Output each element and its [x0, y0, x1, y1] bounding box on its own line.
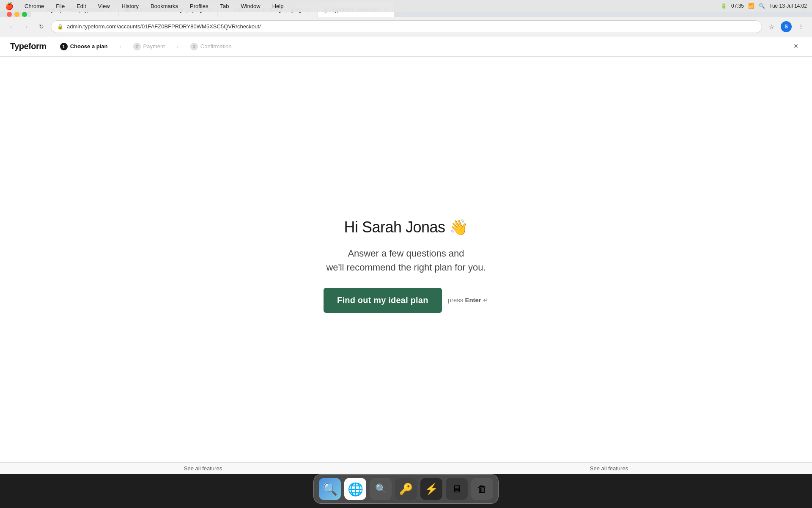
subtitle-line1: Answer a few questions and: [348, 248, 464, 259]
welcome-section: Hi Sarah Jonas 👋 Answer a few questions …: [324, 218, 488, 313]
profile-avatar[interactable]: S: [781, 21, 792, 32]
dock-keychain[interactable]: 🔑: [395, 478, 417, 500]
menubar-history[interactable]: History: [119, 2, 141, 10]
see-all-features-left[interactable]: See all features: [184, 465, 222, 472]
main-content: Hi Sarah Jonas 👋 Answer a few questions …: [0, 57, 812, 474]
dock-spotlight[interactable]: 🔍: [370, 478, 392, 500]
step-separator-1: ›: [120, 44, 121, 50]
menubar-bookmarks[interactable]: Bookmarks: [148, 2, 181, 10]
page-area: Typeform 1 Choose a plan › 2 Payment › 3…: [0, 36, 812, 474]
url-text: admin.typeform.com/accounts/01FAFZ0BFPRD…: [67, 23, 261, 30]
step-2-number: 2: [133, 43, 141, 50]
dock-desktop[interactable]: 🖥: [446, 478, 468, 500]
welcome-title: Hi Sarah Jonas 👋: [344, 218, 468, 236]
close-window-button[interactable]: [7, 12, 12, 17]
checkout-steps: 1 Choose a plan › 2 Payment › 3 Confirma…: [60, 43, 232, 50]
datetime: Tue 13 Jul 14:02: [769, 3, 807, 9]
cta-row: Find out my ideal plan press Enter ↵: [324, 288, 488, 313]
menubar-edit[interactable]: Edit: [74, 2, 88, 10]
checkout-step-2: 2 Payment: [133, 43, 165, 50]
wifi-icon: 📶: [748, 3, 754, 9]
maximize-window-button[interactable]: [22, 12, 27, 17]
step-3-label: Confirmation: [200, 43, 232, 50]
browser-window: 📝 Sign up FREE | Typeform ✕ 🎬 Select vid…: [0, 0, 812, 474]
menubar-app[interactable]: Chrome: [22, 2, 47, 10]
dock-bolt[interactable]: ⚡: [420, 478, 442, 500]
battery-time: 07:35: [731, 3, 744, 9]
cta-hint: press Enter ↵: [448, 296, 488, 304]
back-button[interactable]: ‹: [5, 21, 17, 33]
address-bar: ‹ › ↻ 🔒 admin.typeform.com/accounts/01FA…: [0, 17, 812, 36]
url-bar[interactable]: 🔒 admin.typeform.com/accounts/01FAFZ0BFP…: [51, 20, 762, 33]
dock-chrome[interactable]: 🌐: [344, 478, 366, 500]
step-1-label: Choose a plan: [70, 43, 108, 50]
apple-menu-icon[interactable]: 🍎: [5, 2, 14, 10]
menubar-window[interactable]: Window: [238, 2, 263, 10]
dock-finder[interactable]: 🔍: [319, 478, 341, 500]
step-1-number: 1: [60, 43, 68, 50]
find-plan-button[interactable]: Find out my ideal plan: [324, 288, 442, 313]
battery-icon: 🔋: [721, 3, 727, 9]
menubar: 🍎 Chrome File Edit View History Bookmark…: [0, 0, 812, 12]
menubar-file[interactable]: File: [53, 2, 67, 10]
step-3-number: 3: [190, 43, 198, 50]
menubar-view[interactable]: View: [96, 2, 112, 10]
bottom-features-bar: See all features See all features: [0, 462, 812, 474]
extensions-button[interactable]: ⋮: [795, 21, 807, 33]
lock-icon: 🔒: [57, 24, 63, 30]
dock: 🔍 🌐 🔍 🔑 ⚡ 🖥 🗑: [313, 474, 499, 504]
checkout-header: Typeform 1 Choose a plan › 2 Payment › 3…: [0, 36, 812, 57]
reload-button[interactable]: ↻: [36, 21, 47, 33]
bookmark-button[interactable]: ☆: [765, 21, 777, 33]
traffic-lights: [3, 12, 30, 17]
subtitle-line2: we'll recommend the right plan for you.: [326, 262, 486, 273]
checkout-close-button[interactable]: ×: [790, 41, 802, 52]
search-icon[interactable]: 🔍: [759, 3, 765, 9]
dock-trash[interactable]: 🗑: [471, 478, 493, 500]
welcome-subtitle: Answer a few questions and we'll recomme…: [326, 246, 486, 274]
forward-button[interactable]: ›: [20, 21, 32, 33]
menubar-tab[interactable]: Tab: [217, 2, 231, 10]
step-2-label: Payment: [143, 43, 165, 50]
see-all-features-right[interactable]: See all features: [590, 465, 628, 472]
checkout-step-1: 1 Choose a plan: [60, 43, 108, 50]
menubar-help[interactable]: Help: [270, 2, 286, 10]
checkout-step-3: 3 Confirmation: [190, 43, 232, 50]
menubar-right: 🔋 07:35 📶 🔍 Tue 13 Jul 14:02: [721, 3, 807, 9]
step-separator-2: ›: [177, 44, 178, 50]
checkout-logo: Typeform: [10, 41, 47, 51]
menubar-profiles[interactable]: Profiles: [187, 2, 211, 10]
minimize-window-button[interactable]: [14, 12, 19, 17]
